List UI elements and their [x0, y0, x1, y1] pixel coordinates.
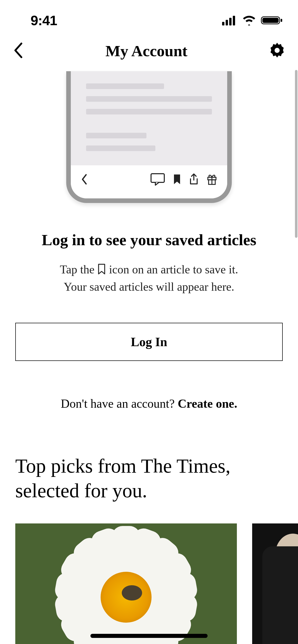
article-card[interactable]	[252, 523, 298, 644]
svg-rect-8	[151, 174, 164, 182]
create-prompt: Don't have an account?	[61, 397, 178, 410]
svg-rect-6	[281, 19, 282, 22]
top-picks-heading: Top picks from The Times, selected for y…	[15, 454, 283, 503]
svg-rect-0	[222, 22, 224, 25]
status-time: 9:41	[31, 12, 57, 28]
skeleton-line	[86, 145, 155, 151]
back-button[interactable]	[13, 41, 24, 60]
chevron-left-icon	[13, 41, 24, 59]
skeleton-line	[86, 96, 212, 102]
battery-icon	[261, 15, 283, 25]
svg-rect-5	[262, 18, 279, 23]
wifi-icon	[242, 15, 256, 25]
svg-rect-3	[233, 16, 235, 25]
cellular-icon	[222, 15, 237, 25]
top-picks-list[interactable]	[15, 523, 283, 644]
phone-illustration	[66, 71, 232, 203]
subtext-line2: Your saved articles will appear here.	[64, 280, 234, 293]
skeleton-line	[86, 133, 146, 138]
status-bar: 9:41	[0, 0, 298, 36]
svg-rect-2	[229, 18, 232, 25]
svg-point-7	[275, 48, 280, 53]
home-indicator[interactable]	[90, 634, 208, 638]
subtext-after: icon on an article to save it.	[109, 263, 238, 276]
svg-rect-1	[226, 20, 228, 25]
gift-icon	[207, 174, 217, 185]
login-headline: Log in to see your saved articles	[15, 231, 283, 249]
gear-icon	[269, 42, 285, 58]
share-icon	[189, 173, 199, 185]
subtext-before: Tap the	[60, 263, 94, 276]
chevron-left-icon	[81, 174, 88, 185]
skeleton-line	[86, 83, 164, 89]
article-image	[252, 523, 298, 644]
main-content: Log in to see your saved articles Tap th…	[0, 71, 298, 644]
status-icons	[222, 15, 283, 25]
scrollbar[interactable]	[295, 70, 297, 238]
bookmark-filled-icon	[173, 174, 181, 185]
login-button[interactable]: Log In	[15, 323, 283, 361]
comment-icon	[150, 173, 165, 186]
create-account-row: Don't have an account? Create one.	[15, 397, 283, 411]
skeleton-line	[86, 109, 212, 114]
nav-bar: My Account	[0, 36, 298, 71]
article-image	[15, 523, 237, 644]
bookmark-outline-icon	[97, 263, 106, 279]
phone-body	[71, 71, 227, 165]
phone-toolbar	[71, 165, 227, 198]
article-card[interactable]	[15, 523, 237, 644]
illustration-wrap	[15, 71, 283, 203]
page-title: My Account	[105, 42, 187, 60]
login-subtext: Tap the icon on an article to save it. Y…	[15, 262, 283, 295]
settings-button[interactable]	[269, 42, 285, 60]
create-account-link[interactable]: Create one.	[178, 397, 237, 410]
